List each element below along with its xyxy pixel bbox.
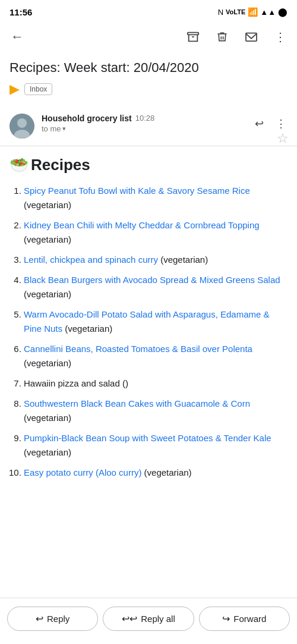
- status-icons: N VoLTE 📶 ▲▲ ⬤: [218, 7, 287, 17]
- list-item: Easy potato curry (Aloo curry) (vegetari…: [24, 466, 287, 480]
- nfc-icon: N: [218, 8, 223, 17]
- recipe-suffix-2: (vegetarian): [24, 234, 71, 244]
- svg-rect-0: [188, 33, 198, 35]
- sender-actions: ↩ ⋮: [251, 114, 290, 134]
- svg-rect-1: [246, 33, 257, 41]
- reply-button[interactable]: ↩: [251, 114, 267, 134]
- recipe-link-10[interactable]: Easy potato curry (Aloo curry): [24, 467, 141, 477]
- priority-arrow: ▶: [10, 81, 20, 97]
- bottom-action-bar: ↩ Reply ↩↩ Reply all ↪ Forward: [0, 598, 297, 644]
- forward-action-button[interactable]: ↪ Forward: [199, 607, 290, 631]
- reply-all-action-button[interactable]: ↩↩ Reply all: [103, 607, 194, 631]
- recipe-heading: 🥗 Recipes: [10, 156, 287, 174]
- svg-point-3: [17, 118, 27, 128]
- email-badges: ▶ Inbox: [10, 81, 287, 97]
- sender-name: Household grocery list: [42, 114, 132, 123]
- battery-icon: ⬤: [278, 7, 287, 17]
- reply-all-label: Reply all: [141, 614, 175, 624]
- list-item: Kidney Bean Chili with Melty Cheddar & C…: [24, 218, 287, 247]
- reply-all-icon: ↩↩: [122, 613, 137, 624]
- avatar: [10, 114, 34, 139]
- divider: [0, 146, 297, 146]
- recipe-link-3[interactable]: Lentil, chickpea and spinach curry: [24, 255, 158, 265]
- to-me[interactable]: to me ▾: [42, 124, 287, 133]
- status-bar: 11:56 N VoLTE 📶 ▲▲ ⬤: [0, 0, 297, 21]
- signal-icon: ▲▲: [260, 8, 276, 17]
- status-time: 11:56: [10, 7, 32, 17]
- reply-icon: ↩: [36, 613, 43, 624]
- reply-label: Reply: [47, 614, 69, 624]
- to-me-text: to me: [42, 124, 61, 133]
- list-item: Lentil, chickpea and spinach curry (vege…: [24, 253, 287, 267]
- more-options-button[interactable]: ⋮: [271, 27, 290, 46]
- recipe-link-2[interactable]: Kidney Bean Chili with Melty Cheddar & C…: [24, 220, 260, 230]
- recipe-list: Spicy Peanut Tofu Bowl with Kale & Savor…: [10, 184, 287, 480]
- recipe-suffix-8: (vegetarian): [24, 413, 71, 423]
- email-subject: Recipes: Week start: 20/04/2020: [10, 59, 287, 77]
- recipe-link-4[interactable]: Black Bean Burgers with Avocado Spread &…: [24, 275, 280, 285]
- toolbar-right: ⋮: [183, 27, 290, 47]
- toolbar-left: ←: [7, 26, 27, 48]
- email-body: 🥗 Recipes Spicy Peanut Tofu Bowl with Ka…: [0, 151, 297, 557]
- chevron-down-icon: ▾: [62, 125, 66, 133]
- recipe-suffix-5: (vegetarian): [62, 323, 112, 334]
- list-item: Spicy Peanut Tofu Bowl with Kale & Savor…: [24, 184, 287, 212]
- more-sender-options-button[interactable]: ⋮: [272, 114, 290, 134]
- forward-label: Forward: [233, 614, 266, 624]
- recipe-link-9[interactable]: Pumpkin-Black Bean Soup with Sweet Potat…: [24, 433, 271, 443]
- archive-button[interactable]: [183, 27, 203, 47]
- email-header: Recipes: Week start: 20/04/2020 ▶ Inbox …: [0, 52, 297, 111]
- recipe-suffix-3: (vegetarian): [158, 255, 208, 265]
- recipe-suffix-9: (vegetarian): [24, 447, 71, 457]
- recipe-suffix-1: (vegetarian): [24, 200, 71, 210]
- inbox-badge: Inbox: [24, 83, 52, 95]
- sender-info: Household grocery list 10:28 to me ▾: [42, 114, 287, 133]
- recipe-suffix-6: (vegetarian): [24, 358, 71, 368]
- recipe-link-8[interactable]: Southwestern Black Bean Cakes with Guaca…: [24, 398, 250, 409]
- list-item: Black Bean Burgers with Avocado Spread &…: [24, 273, 287, 301]
- sender-name-row: Household grocery list 10:28: [42, 114, 287, 123]
- mail-button[interactable]: [241, 28, 261, 46]
- list-item: Hawaiin pizza and salad (): [24, 376, 287, 391]
- recipe-plain-7: Hawaiin pizza and salad (): [24, 378, 128, 388]
- heading-text: Recipes: [31, 156, 90, 174]
- forward-icon: ↪: [222, 613, 230, 624]
- list-item: Southwestern Black Bean Cakes with Guaca…: [24, 397, 287, 425]
- list-item: Cannellini Beans, Roasted Tomatoes & Bas…: [24, 342, 287, 370]
- wifi-icon: 📶: [248, 7, 258, 17]
- list-item: Warm Avocado-Dill Potato Salad with Aspa…: [24, 307, 287, 336]
- sender-time: 10:28: [135, 114, 155, 122]
- recipe-suffix-4: (vegetarian): [24, 289, 71, 299]
- volte-icon: VoLTE: [226, 8, 245, 15]
- toolbar: ← ⋮: [0, 21, 297, 52]
- recipe-link-5[interactable]: Warm Avocado-Dill Potato Salad with Aspa…: [24, 309, 270, 334]
- reply-action-button[interactable]: ↩ Reply: [7, 607, 98, 631]
- back-button[interactable]: ←: [7, 26, 27, 48]
- recipe-suffix-10: (vegetarian): [141, 467, 191, 477]
- list-item: Pumpkin-Black Bean Soup with Sweet Potat…: [24, 431, 287, 460]
- salad-emoji: 🥗: [10, 156, 29, 174]
- delete-button[interactable]: [213, 27, 232, 47]
- sender-row: Household grocery list 10:28 to me ▾ ↩ ⋮: [0, 111, 297, 146]
- recipe-link-1[interactable]: Spicy Peanut Tofu Bowl with Kale & Savor…: [24, 186, 250, 196]
- recipe-link-6[interactable]: Cannellini Beans, Roasted Tomatoes & Bas…: [24, 344, 252, 354]
